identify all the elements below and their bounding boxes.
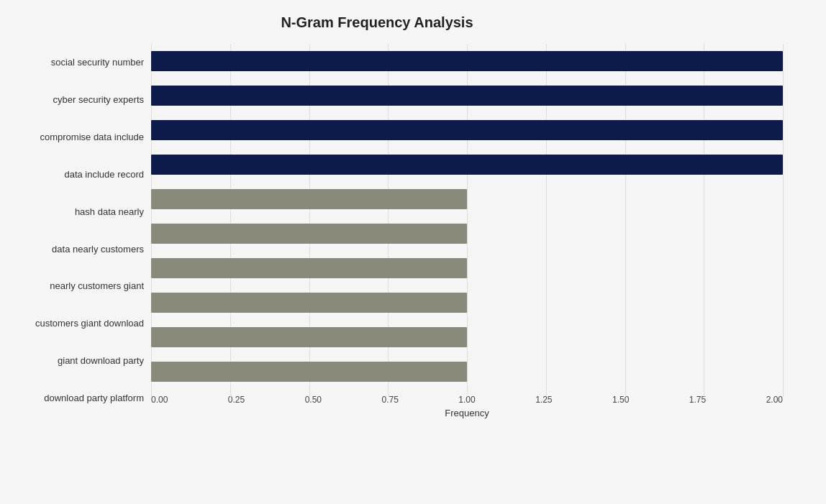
x-axis: 0.000.250.500.751.001.251.501.752.00 <box>151 390 783 405</box>
bar-row <box>151 255 783 282</box>
bar-row <box>151 47 783 75</box>
bar <box>151 51 783 71</box>
x-tick: 1.75 <box>689 395 706 405</box>
chart-area: social security numbercyber security exp… <box>7 44 783 418</box>
y-label: hash data nearly <box>75 206 144 218</box>
plot-area: 0.000.250.500.751.001.251.501.752.00 Fre… <box>151 44 783 418</box>
y-label: compromise data include <box>40 132 144 143</box>
bar <box>151 293 467 313</box>
y-labels: social security numbercyber security exp… <box>7 44 151 418</box>
x-tick: 1.25 <box>535 395 552 405</box>
bar-row <box>151 358 783 385</box>
y-label: download party platform <box>44 393 144 404</box>
y-label: giant download party <box>58 355 144 367</box>
bar-row <box>151 289 783 316</box>
y-label: cyber security experts <box>53 94 144 106</box>
y-label: data nearly customers <box>52 244 144 255</box>
bar <box>151 258 467 278</box>
x-tick: 2.00 <box>766 395 783 405</box>
x-axis-label: Frequency <box>445 408 489 418</box>
y-label: social security number <box>51 57 144 68</box>
bar-row <box>151 185 783 213</box>
bars-wrapper <box>151 44 783 390</box>
x-tick: 1.50 <box>612 395 629 405</box>
bar <box>151 224 467 244</box>
chart-title: N-Gram Frequency Analysis <box>7 14 783 31</box>
y-label: data include record <box>64 169 144 180</box>
bar-row <box>151 82 783 109</box>
bar <box>151 86 783 106</box>
bar-row <box>151 116 783 144</box>
grid-line <box>783 44 784 397</box>
chart-container: N-Gram Frequency Analysis social securit… <box>0 0 826 504</box>
bar-row <box>151 220 783 247</box>
bottom-section: 0.000.250.500.751.001.251.501.752.00 Fre… <box>151 390 783 418</box>
bar <box>151 189 467 209</box>
y-label: nearly customers giant <box>50 280 144 292</box>
bar-row <box>151 324 783 351</box>
bar <box>151 155 783 175</box>
bar <box>151 362 467 382</box>
x-tick: 0.25 <box>228 395 245 405</box>
x-tick: 0.50 <box>305 395 322 405</box>
bar <box>151 327 467 347</box>
bar <box>151 120 783 140</box>
y-label: customers giant download <box>35 318 144 329</box>
bar-row <box>151 151 783 178</box>
x-tick: 0.75 <box>381 395 398 405</box>
x-tick: 1.00 <box>458 395 475 405</box>
x-tick: 0.00 <box>151 395 168 405</box>
